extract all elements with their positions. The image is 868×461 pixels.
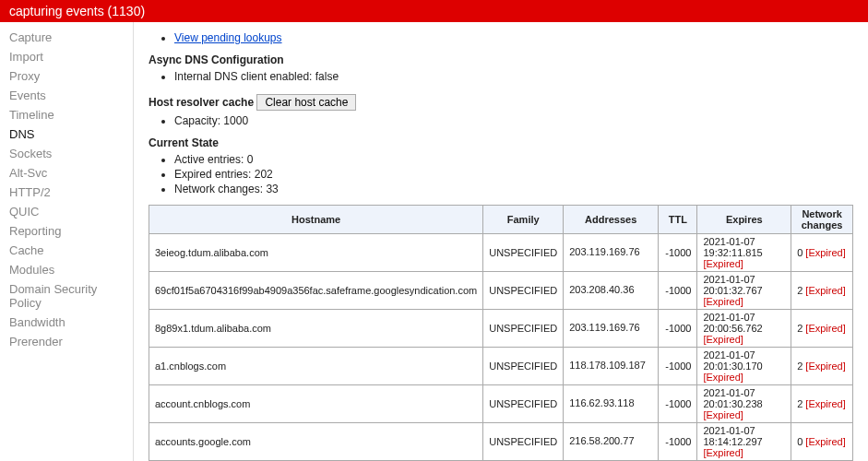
async-dns-heading: Async DNS Configuration bbox=[149, 53, 853, 66]
sidebar-item-prerender[interactable]: Prerender bbox=[0, 332, 133, 351]
sidebar-item-http-2[interactable]: HTTP/2 bbox=[0, 183, 133, 202]
cell-addresses: 203.119.169.76 bbox=[564, 234, 659, 272]
current-state-heading: Current State bbox=[149, 136, 853, 149]
table-row: accounts.google.comUNSPECIFIED216.58.200… bbox=[149, 423, 853, 461]
cell-addresses: 118.178.109.187 bbox=[564, 348, 659, 385]
cell-expires: 2021-01-07 20:01:30.238 [Expired] bbox=[697, 385, 791, 423]
dns-cache-table: Hostname Family Addresses TTL Expires Ne… bbox=[149, 205, 853, 461]
cell-ttl: -1000 bbox=[659, 310, 697, 348]
cell-ttl: -1000 bbox=[659, 423, 697, 461]
sidebar: CaptureImportProxyEventsTimelineDNSSocke… bbox=[0, 22, 134, 461]
cell-hostname: accounts.google.com bbox=[149, 423, 483, 461]
cell-hostname: 3eieog.tdum.alibaba.com bbox=[149, 234, 483, 272]
pending-lookups-link[interactable]: View pending lookups bbox=[174, 31, 282, 44]
sidebar-item-capture[interactable]: Capture bbox=[0, 28, 133, 47]
col-expires: Expires bbox=[697, 206, 791, 234]
col-addresses: Addresses bbox=[564, 206, 659, 234]
table-row: 69cf01f5a6704316f99ab4909a356fac.safefra… bbox=[149, 272, 853, 310]
sidebar-item-dns[interactable]: DNS bbox=[0, 124, 133, 144]
col-hostname: Hostname bbox=[149, 206, 483, 234]
cell-network-changes: 2 [Expired] bbox=[791, 272, 853, 310]
cell-network-changes: 2 [Expired] bbox=[791, 348, 853, 385]
sidebar-item-timeline[interactable]: Timeline bbox=[0, 105, 133, 124]
cell-hostname: 8g89x1.tdum.alibaba.com bbox=[149, 310, 483, 348]
table-row: account.cnblogs.comUNSPECIFIED116.62.93.… bbox=[149, 385, 853, 423]
cell-ttl: -1000 bbox=[659, 234, 697, 272]
cell-family: UNSPECIFIED bbox=[483, 348, 564, 385]
sidebar-item-modules[interactable]: Modules bbox=[0, 260, 133, 279]
sidebar-item-sockets[interactable]: Sockets bbox=[0, 144, 133, 163]
active-entries-line: Active entries: 0 bbox=[174, 153, 853, 166]
col-network-changes: Network changes bbox=[791, 206, 853, 234]
cell-family: UNSPECIFIED bbox=[483, 423, 564, 461]
cell-ttl: -1000 bbox=[659, 272, 697, 310]
cell-network-changes: 2 [Expired] bbox=[791, 310, 853, 348]
sidebar-item-domain-security-policy[interactable]: Domain Security Policy bbox=[0, 279, 133, 313]
status-header: capturing events (1130) bbox=[0, 0, 868, 22]
main-panel: View pending lookups Async DNS Configura… bbox=[134, 22, 868, 461]
host-resolver-cache-heading: Host resolver cache bbox=[149, 96, 254, 109]
cell-network-changes: 2 [Expired] bbox=[791, 385, 853, 423]
cell-ttl: -1000 bbox=[659, 385, 697, 423]
cell-family: UNSPECIFIED bbox=[483, 272, 564, 310]
sidebar-item-cache[interactable]: Cache bbox=[0, 241, 133, 260]
cell-family: UNSPECIFIED bbox=[483, 385, 564, 423]
cell-expires: 2021-01-07 20:01:30.170 [Expired] bbox=[697, 348, 791, 385]
sidebar-item-bandwidth[interactable]: Bandwidth bbox=[0, 313, 133, 332]
sidebar-item-alt-svc[interactable]: Alt-Svc bbox=[0, 163, 133, 183]
cell-hostname: a1.cnblogs.com bbox=[149, 348, 483, 385]
cell-addresses: 203.208.40.36 bbox=[564, 272, 659, 310]
sidebar-item-reporting[interactable]: Reporting bbox=[0, 221, 133, 241]
table-row: 8g89x1.tdum.alibaba.comUNSPECIFIED203.11… bbox=[149, 310, 853, 348]
capacity-line: Capacity: 1000 bbox=[174, 114, 853, 127]
clear-host-cache-button[interactable]: Clear host cache bbox=[256, 94, 356, 111]
sidebar-item-events[interactable]: Events bbox=[0, 86, 133, 105]
cell-addresses: 203.119.169.76 bbox=[564, 310, 659, 348]
sidebar-item-quic[interactable]: QUIC bbox=[0, 202, 133, 221]
table-row: 3eieog.tdum.alibaba.comUNSPECIFIED203.11… bbox=[149, 234, 853, 272]
cell-family: UNSPECIFIED bbox=[483, 310, 564, 348]
status-title: capturing events (1130) bbox=[9, 4, 145, 18]
sidebar-item-import[interactable]: Import bbox=[0, 47, 133, 66]
col-family: Family bbox=[483, 206, 564, 234]
network-changes-line: Network changes: 33 bbox=[174, 183, 853, 195]
cell-hostname: 69cf01f5a6704316f99ab4909a356fac.safefra… bbox=[149, 272, 483, 310]
table-row: a1.cnblogs.comUNSPECIFIED118.178.109.187… bbox=[149, 348, 853, 385]
cell-hostname: account.cnblogs.com bbox=[149, 385, 483, 423]
cell-addresses: 216.58.200.77 bbox=[564, 423, 659, 461]
sidebar-item-proxy[interactable]: Proxy bbox=[0, 66, 133, 86]
cell-expires: 2021-01-07 20:00:56.762 [Expired] bbox=[697, 310, 791, 348]
expired-entries-line: Expired entries: 202 bbox=[174, 168, 853, 181]
cell-family: UNSPECIFIED bbox=[483, 234, 564, 272]
cell-expires: 2021-01-07 20:01:32.767 [Expired] bbox=[697, 272, 791, 310]
cell-network-changes: 0 [Expired] bbox=[791, 234, 853, 272]
internal-dns-client-line: Internal DNS client enabled: false bbox=[174, 70, 853, 83]
cell-ttl: -1000 bbox=[659, 348, 697, 385]
cell-expires: 2021-01-07 19:32:11.815 [Expired] bbox=[697, 234, 791, 272]
cell-network-changes: 0 [Expired] bbox=[791, 423, 853, 461]
cell-expires: 2021-01-07 18:14:12.297 [Expired] bbox=[697, 423, 791, 461]
cell-addresses: 116.62.93.118 bbox=[564, 385, 659, 423]
col-ttl: TTL bbox=[659, 206, 697, 234]
